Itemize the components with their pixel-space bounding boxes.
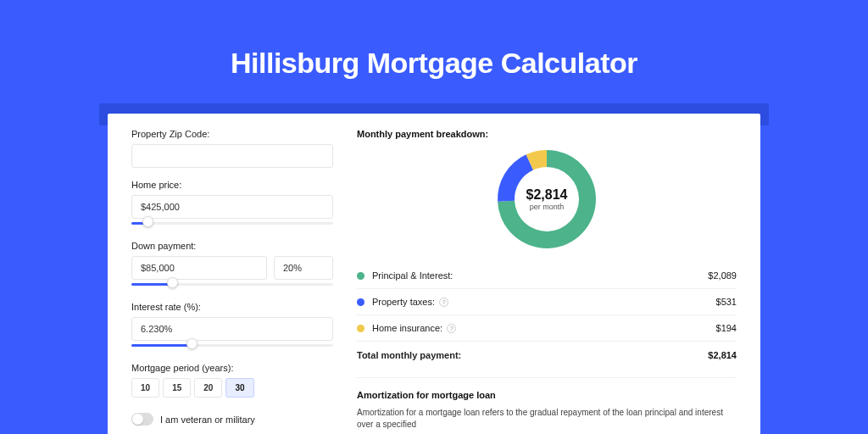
slider-fill <box>131 283 172 286</box>
help-icon[interactable]: ? <box>439 298 448 307</box>
downpayment-amount-input[interactable] <box>131 256 267 280</box>
legend-dot <box>357 298 364 306</box>
legend-label: Principal & Interest: <box>372 270 453 281</box>
legend-value: $2,089 <box>708 270 737 281</box>
period-button-group: 10152030 <box>131 378 333 398</box>
amortization-section: Amortization for mortgage loan Amortizat… <box>357 377 737 431</box>
slider-track <box>131 222 333 225</box>
period-button-10[interactable]: 10 <box>131 378 159 398</box>
slider-thumb[interactable] <box>186 338 198 349</box>
legend-label: Home insurance: <box>372 323 442 333</box>
legend-row: Principal & Interest:$2,089 <box>357 263 737 288</box>
period-button-15[interactable]: 15 <box>163 378 191 398</box>
rate-group: Interest rate (%): <box>131 302 333 351</box>
calculator-card: Property Zip Code: Home price: Down paym… <box>108 114 760 434</box>
donut-chart: $2,814 per month <box>495 147 598 251</box>
rate-label: Interest rate (%): <box>131 302 333 312</box>
breakdown-column: Monthly payment breakdown: $2,814 per mo… <box>357 129 737 431</box>
downpayment-group: Down payment: <box>131 241 333 290</box>
zip-group: Property Zip Code: <box>131 129 333 168</box>
legend-dot <box>357 325 364 332</box>
total-label: Total monthly payment: <box>357 350 461 360</box>
homeprice-input[interactable] <box>131 195 333 219</box>
period-button-30[interactable]: 30 <box>225 378 253 398</box>
donut-amount: $2,814 <box>526 187 568 203</box>
legend-row: Property taxes:?$531 <box>357 288 737 314</box>
slider-thumb[interactable] <box>167 277 178 288</box>
total-row: Total monthly payment: $2,814 <box>357 341 737 370</box>
zip-input[interactable] <box>131 144 333 168</box>
legend-row: Home insurance:?$194 <box>357 314 737 341</box>
total-amount: $2,814 <box>708 350 737 360</box>
veteran-toggle[interactable] <box>131 413 153 426</box>
legend-value: $531 <box>716 297 737 307</box>
slider-thumb[interactable] <box>142 216 153 227</box>
donut-center: $2,814 per month <box>495 147 598 251</box>
breakdown-heading: Monthly payment breakdown: <box>357 129 737 139</box>
zip-label: Property Zip Code: <box>131 129 333 139</box>
period-label: Mortgage period (years): <box>131 363 333 373</box>
donut-chart-wrap: $2,814 per month <box>357 147 737 251</box>
legend-value: $194 <box>716 323 737 333</box>
homeprice-label: Home price: <box>131 180 333 190</box>
rate-slider[interactable] <box>131 342 333 351</box>
period-group: Mortgage period (years): 10152030 <box>131 363 333 398</box>
downpayment-pct-input[interactable] <box>274 256 333 280</box>
legend: Principal & Interest:$2,089Property taxe… <box>357 263 737 341</box>
veteran-row: I am veteran or military <box>131 413 333 426</box>
amortization-heading: Amortization for mortgage loan <box>357 390 737 400</box>
page-hero: Hillisburg Mortgage Calculator Property … <box>0 0 868 434</box>
form-column: Property Zip Code: Home price: Down paym… <box>131 129 333 431</box>
veteran-label: I am veteran or military <box>160 415 255 425</box>
donut-sublabel: per month <box>530 203 565 211</box>
legend-dot <box>357 272 364 280</box>
page-title: Hillisburg Mortgage Calculator <box>0 47 868 80</box>
homeprice-group: Home price: <box>131 180 333 229</box>
downpayment-slider[interactable] <box>131 281 333 290</box>
homeprice-slider[interactable] <box>131 220 333 229</box>
help-icon[interactable]: ? <box>447 324 456 333</box>
rate-input[interactable] <box>131 317 333 341</box>
period-button-20[interactable]: 20 <box>194 378 222 398</box>
downpayment-label: Down payment: <box>131 241 333 251</box>
slider-fill <box>131 344 192 347</box>
legend-label: Property taxes: <box>372 297 435 307</box>
amortization-text: Amortization for a mortgage loan refers … <box>357 407 737 431</box>
